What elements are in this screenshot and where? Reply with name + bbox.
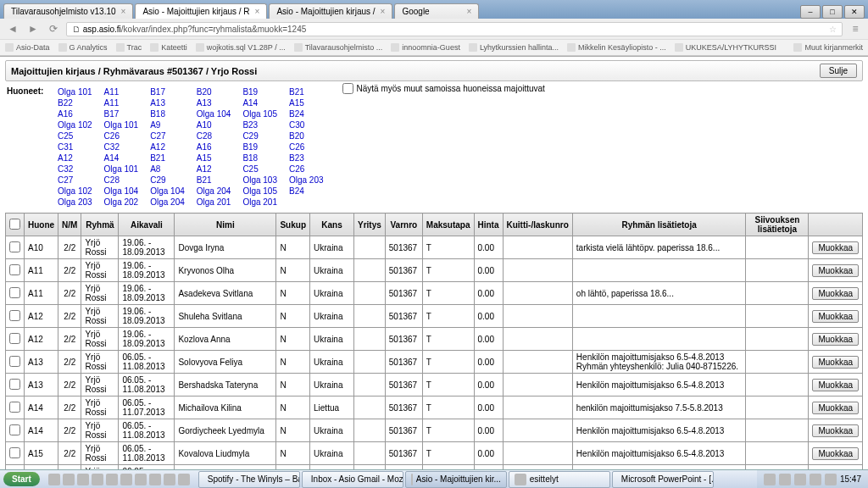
room-link[interactable]: B24 — [289, 186, 324, 197]
bookmark-item[interactable]: Lyhytkurssien hallinta... — [469, 43, 559, 52]
ql-icon[interactable] — [92, 474, 103, 485]
row-checkbox[interactable] — [9, 447, 20, 458]
room-link[interactable]: A12 — [197, 164, 231, 175]
room-link[interactable]: C32 — [58, 164, 92, 175]
edit-button[interactable]: Muokkaa — [812, 447, 859, 460]
th-sukup[interactable]: Sukup — [276, 214, 310, 236]
th-siiv[interactable]: Siivouksen lisätietoja — [746, 214, 809, 236]
bookmark-item[interactable]: Mikkelin Kesäyliopisto - ... — [567, 43, 666, 52]
browser-tab[interactable]: Google× — [394, 3, 479, 19]
taskbar-item[interactable]: Inbox - Asio Gmail - Mozil... — [302, 471, 403, 488]
bookmark-item[interactable]: Tilavarausohjelmisto ... — [294, 43, 383, 52]
ql-icon[interactable] — [135, 474, 147, 485]
ql-icon[interactable] — [77, 474, 89, 485]
edit-button[interactable]: Muokkaa — [812, 402, 859, 414]
room-link[interactable]: C27 — [58, 175, 92, 186]
row-checkbox[interactable] — [9, 379, 20, 390]
maximize-button[interactable]: □ — [822, 5, 843, 19]
th-ryhma[interactable]: Ryhmä — [81, 214, 119, 236]
th-kans[interactable]: Kans — [310, 214, 354, 236]
room-link[interactable]: A15 — [289, 97, 324, 108]
room-link[interactable]: B17 — [150, 86, 185, 97]
bookmark-item[interactable]: Asio-Data — [5, 43, 50, 52]
room-link[interactable]: A11 — [104, 97, 139, 108]
tab-close-icon[interactable]: × — [250, 7, 260, 16]
th-varnro[interactable]: Varnro — [385, 214, 422, 236]
taskbar-item[interactable]: Microsoft PowerPoint - [... — [612, 471, 714, 488]
bookmark-item[interactable]: UKUKESA/LYHYTKURSSI — [675, 43, 776, 52]
room-link[interactable]: B18 — [242, 152, 277, 164]
room-link[interactable]: B23 — [289, 152, 324, 164]
room-link[interactable]: Olga 101 — [58, 86, 92, 97]
tray-icon[interactable] — [779, 474, 791, 485]
browser-tab[interactable]: Asio - Majoittujien kirjaus / × — [269, 3, 392, 19]
edit-button[interactable]: Muokkaa — [812, 310, 859, 323]
ql-icon[interactable] — [149, 474, 161, 485]
clock[interactable]: 15:47 — [840, 474, 861, 484]
tray-icon[interactable] — [810, 474, 821, 485]
bookmark-item[interactable]: innoomnia-Guest — [391, 43, 460, 52]
room-link[interactable]: B19 — [242, 141, 277, 152]
room-link[interactable]: C29 — [150, 175, 185, 186]
browser-tab[interactable]: Tilavarausohjelmisto v13.10× — [3, 3, 133, 19]
ql-icon[interactable] — [63, 474, 75, 485]
room-link[interactable]: Olga 203 — [58, 197, 92, 208]
edit-button[interactable]: Muokkaa — [812, 264, 859, 277]
room-link[interactable]: C25 — [58, 130, 92, 141]
close-page-button[interactable]: Sulje — [820, 64, 857, 78]
th-nimi[interactable]: Nimi — [175, 214, 276, 236]
room-link[interactable]: B23 — [242, 119, 277, 130]
tray-icon[interactable] — [764, 474, 776, 485]
th-kuitti[interactable]: Kuitti-/laskunro — [503, 214, 572, 236]
url-input[interactable]: 🗋 asp.asio.fi /kokvar/index.php?func=ryh… — [66, 22, 843, 36]
close-button[interactable]: ✕ — [844, 5, 865, 19]
back-button[interactable]: ◄ — [5, 21, 20, 36]
edit-button[interactable]: Muokkaa — [812, 333, 859, 346]
taskbar-item[interactable]: Spotify - The Winyls – Ba... — [198, 471, 300, 488]
room-link[interactable]: C27 — [150, 130, 185, 141]
tray-icon[interactable] — [794, 474, 806, 485]
room-link[interactable]: B18 — [150, 108, 185, 119]
edit-button[interactable]: Muokkaa — [812, 287, 859, 300]
room-link[interactable]: A15 — [197, 152, 231, 164]
bookmark-item[interactable]: Kateetti — [150, 43, 187, 52]
room-link[interactable]: A8 — [150, 164, 185, 175]
start-button[interactable]: Start — [3, 472, 40, 486]
room-link[interactable]: C29 — [242, 130, 277, 141]
row-checkbox[interactable] — [9, 287, 20, 298]
row-checkbox[interactable] — [9, 310, 20, 321]
room-link[interactable]: Olga 203 — [289, 175, 324, 186]
room-link[interactable]: A10 — [197, 119, 231, 130]
room-link[interactable]: B21 — [197, 175, 231, 186]
select-all-checkbox[interactable] — [9, 219, 20, 230]
tray-icon[interactable] — [825, 474, 837, 485]
room-link[interactable]: C28 — [197, 130, 231, 141]
taskbar-item[interactable]: esittelyt — [509, 471, 610, 488]
room-link[interactable]: Olga 204 — [150, 197, 185, 208]
room-link[interactable]: A13 — [197, 97, 231, 108]
room-link[interactable]: A12 — [150, 141, 185, 152]
row-checkbox[interactable] — [9, 402, 20, 413]
ql-icon[interactable] — [164, 474, 175, 485]
room-link[interactable]: C26 — [289, 141, 324, 152]
room-link[interactable]: C32 — [104, 141, 139, 152]
room-link[interactable]: Olga 204 — [197, 186, 231, 197]
tab-close-icon[interactable]: × — [116, 7, 126, 16]
menu-button[interactable]: ≡ — [848, 21, 863, 36]
browser-tab[interactable]: Asio - Majoittujien kirjaus / R× — [135, 3, 267, 19]
taskbar-item[interactable]: Asio - Majoittujien kir... — [405, 471, 507, 488]
ql-icon[interactable] — [48, 474, 60, 485]
tab-close-icon[interactable]: × — [376, 7, 386, 16]
ql-icon[interactable] — [106, 474, 118, 485]
room-link[interactable]: Olga 103 — [242, 175, 277, 186]
room-link[interactable]: C31 — [58, 141, 92, 152]
th-huone[interactable]: Huone — [25, 214, 58, 236]
room-link[interactable]: Olga 104 — [197, 108, 231, 119]
ql-icon[interactable] — [178, 474, 190, 485]
room-link[interactable]: A14 — [104, 152, 139, 164]
row-checkbox[interactable] — [9, 424, 20, 435]
room-link[interactable]: A14 — [242, 97, 277, 108]
room-link[interactable]: Olga 202 — [104, 197, 139, 208]
room-link[interactable]: Olga 105 — [242, 108, 277, 119]
room-link[interactable]: Olga 104 — [150, 186, 185, 197]
